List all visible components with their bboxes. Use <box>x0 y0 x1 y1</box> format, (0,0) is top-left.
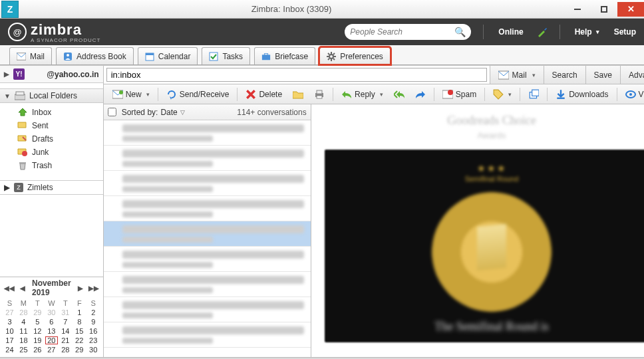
message-row[interactable] <box>104 221 311 247</box>
cal-next[interactable]: ▶ <box>77 285 84 292</box>
search-advanced-button[interactable]: Advanced <box>620 66 644 84</box>
detach-button[interactable] <box>524 86 544 102</box>
folder-junk[interactable]: Junk <box>17 146 103 159</box>
cal-day[interactable]: 2 <box>86 308 100 317</box>
select-all-checkbox[interactable] <box>108 108 116 116</box>
cal-day[interactable]: 27 <box>3 308 17 317</box>
delete-button[interactable]: Delete <box>241 86 287 102</box>
zimlets-header[interactable]: ▶ Z Zimlets <box>0 180 103 195</box>
message-row[interactable] <box>104 247 311 272</box>
svg-rect-4 <box>146 53 154 55</box>
local-folders-header[interactable]: ▼ Local Folders <box>0 88 103 103</box>
cal-day[interactable]: 31 <box>59 308 73 317</box>
cal-day[interactable]: 6 <box>45 317 59 326</box>
cal-day[interactable]: 5 <box>31 317 45 326</box>
help-menu[interactable]: Help <box>575 27 599 37</box>
window-close-button[interactable] <box>617 2 644 17</box>
downloads-button[interactable]: Downloads <box>551 86 613 102</box>
window-minimize-button[interactable] <box>564 2 591 17</box>
cal-day[interactable]: 18 <box>17 336 31 345</box>
search-button[interactable]: Search <box>544 66 585 84</box>
cal-day[interactable]: 1 <box>73 308 86 317</box>
window-maximize-button[interactable] <box>591 2 617 17</box>
svg-rect-26 <box>317 96 322 98</box>
cal-day[interactable]: 24 <box>3 345 17 354</box>
cal-day[interactable]: 25 <box>17 345 31 354</box>
sort-field[interactable]: Date <box>160 108 177 117</box>
message-row[interactable] <box>104 322 311 348</box>
tab-tasks[interactable]: Tasks <box>202 47 250 64</box>
cal-day[interactable]: 14 <box>59 326 73 336</box>
folder-inbox[interactable]: Inbox <box>17 106 103 119</box>
message-row[interactable] <box>104 196 311 221</box>
cal-day[interactable]: 22 <box>73 336 86 345</box>
tab-preferences[interactable]: Preferences <box>319 47 391 64</box>
cal-day[interactable]: 29 <box>31 308 45 317</box>
forward-button[interactable] <box>410 86 430 102</box>
message-row[interactable] <box>104 297 311 322</box>
tag-button[interactable] <box>488 86 516 102</box>
cal-day[interactable]: 28 <box>59 345 73 354</box>
sendreceive-button[interactable]: Send/Receive <box>162 86 234 102</box>
mail-toolbar: New Send/Receive Delete Reply <box>104 84 644 104</box>
print-button[interactable] <box>309 86 329 102</box>
replyall-button[interactable] <box>389 86 409 102</box>
cal-day[interactable]: 17 <box>3 336 17 345</box>
tab-addressbook[interactable]: Address Book <box>56 47 134 64</box>
cal-day[interactable]: 26 <box>31 345 45 354</box>
folder-trash[interactable]: Trash <box>17 159 103 172</box>
cal-day[interactable]: 20 <box>45 336 59 345</box>
cal-day[interactable]: 12 <box>31 326 45 336</box>
cal-day[interactable]: 10 <box>3 326 17 336</box>
search-save-button[interactable]: Save <box>585 66 620 84</box>
theme-brush-icon[interactable] <box>537 27 548 37</box>
folder-drafts[interactable]: Drafts <box>17 132 103 146</box>
folder-sent[interactable]: Sent <box>17 119 103 132</box>
cal-next-month[interactable]: ▶▶ <box>87 285 100 292</box>
account-row[interactable]: ▶ Y! @yahoo.co.in <box>0 66 103 83</box>
cal-day[interactable]: 27 <box>45 345 59 354</box>
message-row[interactable] <box>104 272 311 297</box>
spam-button[interactable]: Spam <box>438 86 481 102</box>
search-query-input[interactable] <box>111 68 482 81</box>
cal-day[interactable]: 9 <box>86 317 100 326</box>
people-search[interactable]: 🔍 <box>345 24 471 40</box>
cal-day[interactable]: 3 <box>3 317 17 326</box>
cal-prev[interactable]: ◀ <box>19 285 27 292</box>
view-button[interactable]: View <box>621 86 644 102</box>
cal-day[interactable]: 8 <box>73 317 86 326</box>
preview-heading: Goodreads Choice <box>325 114 644 128</box>
cal-day[interactable]: 23 <box>86 336 100 345</box>
new-button[interactable]: New <box>108 86 154 102</box>
folder-move-icon <box>293 89 303 100</box>
cal-day[interactable]: 15 <box>73 326 86 336</box>
online-status[interactable]: Online <box>498 27 523 37</box>
cal-day[interactable]: 30 <box>45 308 59 317</box>
message-row[interactable] <box>104 120 311 146</box>
search-scope-mail[interactable]: Mail <box>490 66 544 84</box>
sort-dir-icon[interactable]: ▽ <box>180 109 185 116</box>
cal-day[interactable]: 11 <box>17 326 31 336</box>
search-query-field[interactable] <box>106 68 487 82</box>
cal-day[interactable]: 28 <box>17 308 31 317</box>
calendar-grid[interactable]: SMTWTFS 27282930311234567891011121314151… <box>3 299 100 354</box>
cal-day[interactable]: 19 <box>31 336 45 345</box>
cal-day[interactable]: 4 <box>17 317 31 326</box>
cal-day[interactable]: 30 <box>86 345 100 354</box>
cal-day[interactable]: 7 <box>59 317 73 326</box>
move-button[interactable] <box>288 86 308 102</box>
message-row[interactable] <box>104 171 311 196</box>
tab-mail[interactable]: Mail <box>9 47 52 64</box>
reply-button[interactable]: Reply <box>337 86 388 102</box>
cal-day[interactable]: 16 <box>86 326 100 336</box>
people-search-input[interactable] <box>350 27 450 37</box>
cal-day[interactable]: 21 <box>59 336 73 345</box>
search-icon[interactable]: 🔍 <box>454 27 466 37</box>
tab-calendar[interactable]: Calendar <box>138 47 198 64</box>
setup-link[interactable]: Setup <box>614 27 636 37</box>
cal-prev-month[interactable]: ◀◀ <box>3 285 16 292</box>
message-row[interactable] <box>104 146 311 171</box>
cal-day[interactable]: 29 <box>73 345 86 354</box>
cal-day[interactable]: 13 <box>45 326 59 336</box>
tab-briefcase[interactable]: Briefcase <box>254 47 315 64</box>
